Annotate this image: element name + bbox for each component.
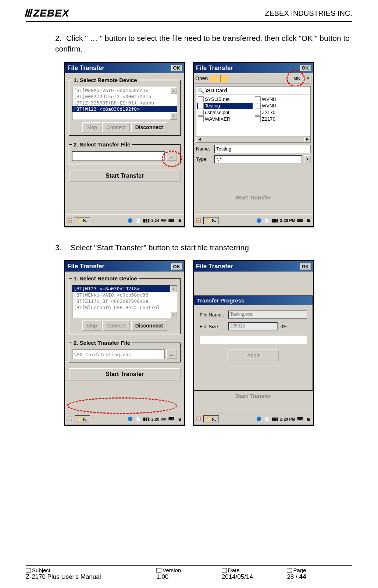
file-list[interactable]: SYSLIB.net Testing usbfnselpnl WAVMIXER … (196, 95, 311, 143)
scroll-down-icon[interactable]: ▼ (170, 113, 177, 120)
disconnect-button[interactable]: Disconnect (131, 320, 167, 331)
ok-button[interactable]: OK (300, 65, 311, 71)
select-remote-device-group: 1. Select Remote Device [BT]WENKU-VAIO <… (69, 77, 181, 136)
start-transfer-button[interactable]: Start Transfer (69, 368, 181, 380)
tray-icon: 📄 (264, 217, 270, 224)
taskbar-app-button[interactable]: 📁F.. (75, 415, 90, 422)
tray-icon: 🔵 (127, 217, 133, 224)
file-path-input[interactable] (72, 151, 165, 161)
screenshots-row-1: File Transfer OK 1. Select Remote Device… (26, 62, 352, 227)
stop-button[interactable]: Stop (82, 122, 101, 132)
file-item[interactable]: Z2170 (254, 116, 310, 123)
file-item[interactable]: Testing (197, 103, 253, 109)
progress-title: Transfer Progress (194, 296, 313, 305)
start-icon[interactable]: 🪟 (67, 217, 73, 224)
list-item[interactable]: [BT]W123 <c8a030d192f8> (72, 286, 177, 292)
ok-button[interactable]: OK (171, 263, 182, 270)
taskbar-app-button[interactable]: 📁F.. (203, 415, 219, 422)
desktop-icon[interactable]: 🖥 (305, 217, 311, 224)
fieldset-legend: 2. Select Transfer File (72, 340, 132, 346)
list-item[interactable]: [BT]W123 <c8a030d192f8> (72, 106, 177, 112)
company-name: ZEBEX INDUSTRIES INC. (265, 9, 352, 18)
stop-button[interactable]: Stop (82, 320, 101, 331)
start-icon[interactable]: 🪟 (195, 416, 202, 422)
name-input[interactable] (214, 145, 311, 153)
dropdown-arrow-icon[interactable]: ▼ (304, 155, 311, 163)
taskbar: 🪟 📁F.. 🔵 📄 ▮▮▮ 2:20 PM ⌨ 🖥 (194, 413, 313, 425)
folder-up-icon[interactable] (210, 75, 218, 82)
file-size-value: 205312 (228, 322, 278, 330)
keyboard-icon[interactable]: ⌨ (168, 217, 175, 224)
select-transfer-file-group: 2. Select Transfer File ... (69, 141, 181, 164)
background-start-transfer: Start Transfer (235, 393, 271, 399)
taskbar: 🪟 📁F.. 🔵 📄 ▮▮▮ 2:20 PM ⌨ 🖥 (194, 215, 313, 226)
keyboard-icon[interactable]: ⌨ (168, 416, 175, 422)
file-path-input[interactable] (72, 350, 165, 359)
desktop-icon[interactable]: 🖥 (176, 416, 183, 422)
device-listbox[interactable]: [BT]W123 <c8a030d192f8> [BT]WENKU-VAIO <… (72, 285, 177, 318)
tray-icon: 🔵 (256, 416, 262, 422)
file-name-value: Testing.exe (228, 311, 307, 319)
browse-button[interactable]: ... (166, 151, 177, 161)
scroll-left-icon[interactable]: ◀ (196, 137, 202, 143)
connect-button[interactable]: Connect (102, 122, 130, 132)
file-item[interactable]: Z2170 (254, 109, 310, 116)
file-item[interactable]: WVNH (254, 103, 310, 109)
start-icon[interactable]: 🪟 (195, 217, 202, 224)
titlebar: File Transfer OK (194, 63, 313, 73)
taskbar-app-button[interactable]: 📁F.. (75, 217, 90, 224)
barcode-icon: ▮▮▮ (143, 416, 150, 422)
disconnect-button[interactable]: Disconnect (131, 122, 167, 132)
dialog-ok-button[interactable]: OK (293, 75, 301, 82)
start-icon[interactable]: 🪟 (67, 416, 73, 422)
desktop-icon[interactable]: 🖥 (305, 416, 311, 422)
progress-bar (200, 336, 307, 344)
window-title: File Transfer (67, 263, 104, 270)
file-item[interactable]: usbfnselpnl (197, 109, 253, 116)
abort-button[interactable]: Abort (228, 350, 279, 361)
window-title: File Transfer (196, 263, 233, 270)
select-transfer-file-group: 2. Select Transfer File ... (69, 340, 181, 362)
version-value: 1.00 (156, 573, 222, 581)
start-transfer-button[interactable]: Start Transfer (69, 170, 181, 182)
scroll-up-icon[interactable]: ▲ (170, 87, 177, 94)
browse-button[interactable]: ... (166, 350, 177, 359)
ok-button[interactable]: OK (171, 65, 182, 71)
list-item[interactable]: [BT]Bluetooth USB Host Control (72, 304, 177, 311)
ok-button[interactable]: OK (300, 263, 311, 270)
taskbar-app-button[interactable]: 📁F.. (203, 217, 219, 224)
list-item[interactable]: [BT]Z117x_BT <001c97506c0a (72, 298, 177, 304)
horizontal-scrollbar[interactable]: ◀ ▶ (196, 137, 310, 142)
device-listbox[interactable]: [BT]WENKU-VAIO <c0cb38dc36 [BT]000272d15… (72, 87, 177, 120)
titlebar: File Transfer OK (65, 261, 184, 272)
list-item[interactable]: [BT]WENKU-VAIO <c0cb38dc36 (72, 87, 177, 93)
file-item[interactable]: WVNH (254, 96, 310, 103)
scroll-down-icon[interactable]: ▼ (170, 311, 177, 318)
step-3-instruction: 3. Select "Start Transfer" button to sta… (26, 242, 352, 253)
desktop-icon[interactable]: 🖥 (176, 217, 183, 224)
file-item[interactable]: SYSLIB.net (197, 96, 253, 103)
barcode-icon: ▮▮▮ (272, 217, 278, 224)
file-item[interactable]: WAVMIXER (197, 116, 253, 123)
file-icon (198, 110, 204, 116)
window-title: File Transfer (67, 64, 104, 72)
highlight-ellipse-icon (67, 397, 177, 414)
scroll-right-icon[interactable]: ▶ (304, 137, 310, 143)
connect-button[interactable]: Connect (102, 320, 130, 331)
list-item[interactable]: [BT]Z-3250BT(DD:EE:01) <aabb (72, 100, 177, 106)
file-icon (198, 116, 204, 122)
fieldset-legend: 1. Select Remote Device (72, 77, 139, 83)
scroll-up-icon[interactable]: ▲ (170, 286, 177, 292)
close-icon[interactable]: ✕ (303, 75, 311, 82)
keyboard-icon[interactable]: ⌨ (297, 217, 303, 224)
tray-icon: 📄 (135, 416, 142, 422)
keyboard-icon[interactable]: ⌨ (297, 416, 303, 422)
step-3-number: 3. (55, 242, 66, 253)
titlebar: File Transfer OK (194, 261, 313, 272)
type-combo[interactable] (214, 155, 302, 163)
clock: 2:14 PM (151, 218, 167, 223)
new-folder-icon[interactable] (220, 75, 228, 82)
subject-value: Z-2170 Plus User's Manual (26, 573, 156, 581)
list-item[interactable]: [BT]WENKU-VAIO <c0cb38dc36 (72, 292, 177, 298)
list-item[interactable]: [BT]000272d15ef2 <000272d15 (72, 93, 177, 100)
